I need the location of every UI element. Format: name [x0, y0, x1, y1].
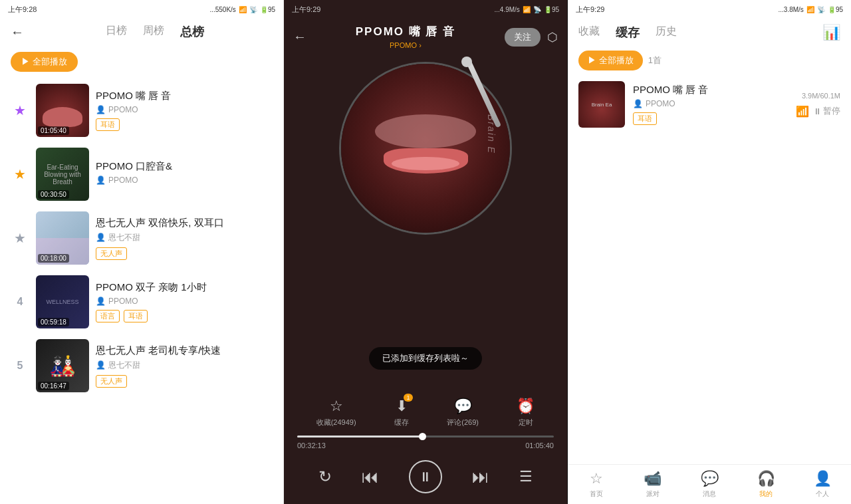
- message-label: 消息: [703, 489, 716, 499]
- tab-cache[interactable]: 缓存: [616, 25, 640, 41]
- nav-item-message[interactable]: 💬 消息: [681, 470, 737, 499]
- tag-no-voice-3: 无人声: [96, 247, 127, 260]
- rank-5: 5: [11, 360, 29, 372]
- profile-label: 个人: [816, 489, 829, 499]
- left-status-icons: ...550K/s 📶 📡 🔋95: [209, 6, 275, 13]
- tab-total[interactable]: 总榜: [180, 24, 204, 40]
- tab-collect[interactable]: 收藏: [578, 25, 600, 41]
- play-pause-button[interactable]: ⏸: [409, 460, 442, 493]
- song-title-3: 恩七无人声 双倍快乐, 双耳口: [96, 217, 273, 229]
- next-button[interactable]: ⏭: [472, 467, 489, 487]
- home-label: 首页: [590, 489, 603, 499]
- song-thumb-2[interactable]: Ear-Eating Blowing with Breath 00:30:50: [36, 148, 89, 201]
- author-icon-2: 👤: [96, 176, 106, 185]
- right-status-time: 上午9:29: [576, 5, 604, 15]
- right-play-all-button[interactable]: ▶ 全部播放: [578, 51, 643, 70]
- pause-icon: ⏸: [813, 106, 822, 116]
- song-info-4: PPOMO 双子 亲吻 1小时 👤 PPOMO 语言 耳语: [96, 281, 273, 322]
- song-thumb-4[interactable]: WELLNESS 00:59:18: [36, 275, 89, 328]
- left-song-list: ★ 01:05:40 PPOMO 嘴 唇 音 👤 PPOMO 耳语: [0, 78, 283, 504]
- left-nav: ← 日榜 周榜 总榜: [0, 19, 283, 45]
- album-art[interactable]: Brain E: [339, 62, 512, 235]
- nav-item-profile[interactable]: 👤 个人: [794, 470, 851, 499]
- left-nav-tabs: 日榜 周榜 总榜: [37, 24, 273, 40]
- right-battery-icon: 🔋95: [828, 6, 843, 13]
- progress-dot: [419, 433, 426, 440]
- mine-icon: 🎧: [757, 470, 775, 487]
- tab-weekly[interactable]: 周榜: [143, 24, 164, 40]
- nav-item-party[interactable]: 📹 派对: [624, 470, 681, 499]
- star-purple-icon: ★: [14, 103, 26, 118]
- tab-daily[interactable]: 日榜: [106, 24, 127, 40]
- list-item: ★ Ear-Eating Blowing with Breath 00:30:5…: [5, 142, 278, 206]
- cache-count: 1首: [648, 55, 662, 66]
- left-panel: 上午9:28 ...550K/s 📶 📡 🔋95 ← 日榜 周榜 总榜 ▶ 全部…: [0, 0, 284, 504]
- mid-back-button[interactable]: ←: [293, 29, 306, 45]
- party-icon: 📹: [644, 470, 662, 487]
- cache-tag-earwhisper: 耳语: [633, 112, 657, 125]
- action-comment[interactable]: 💬 评论(269): [447, 398, 479, 428]
- repeat-button[interactable]: ↻: [318, 467, 332, 486]
- song-author-4: 👤 PPOMO: [96, 297, 273, 306]
- progress-fill: [297, 436, 423, 438]
- mid-song-title: PPOMO 嘴 唇 音: [313, 24, 498, 39]
- cache-icon: ⬇ 1: [396, 398, 408, 415]
- left-back-button[interactable]: ←: [11, 25, 24, 40]
- list-item: ★ 00:18:00 恩七无人声 双倍快乐, 双耳口 👤 恩七不甜 无人声: [5, 206, 278, 270]
- song-info-2: PPOMO 口腔音& 👤 PPOMO: [96, 160, 273, 189]
- tab-history[interactable]: 历史: [656, 25, 677, 41]
- left-status-bar: 上午9:28 ...550K/s 📶 📡 🔋95: [0, 0, 283, 19]
- nav-item-mine[interactable]: 🎧 我的: [738, 470, 794, 499]
- right-header: 收藏 缓存 历史 📊: [568, 19, 851, 47]
- mid-speed: ...4.9M/s: [495, 6, 520, 13]
- list-item: 5 🎎 00:16:47 恩七无人声 老司机专享/快速 👤 恩七不甜 无人声: [5, 334, 278, 398]
- progress-total: 01:05:40: [525, 441, 554, 449]
- right-nav-tabs: 收藏 缓存 历史: [578, 25, 809, 41]
- bottom-nav: ☆ 首页 📹 派对 💬 消息 🎧 我的 👤 个人: [568, 464, 851, 504]
- song-author-5: 👤 恩七不甜: [96, 360, 273, 371]
- duration-3: 00:18:00: [38, 254, 69, 263]
- mid-title-block: PPOMO 嘴 唇 音 PPOMO ›: [313, 24, 498, 50]
- tag-language-4: 语言: [96, 310, 120, 322]
- duration-2: 00:30:50: [38, 190, 69, 199]
- progress-track[interactable]: [297, 436, 554, 438]
- song-title-4: PPOMO 双子 亲吻 1小时: [96, 281, 273, 294]
- song-tags-5: 无人声: [96, 375, 273, 388]
- follow-button[interactable]: 关注: [505, 28, 541, 47]
- song-author-1: 👤 PPOMO: [96, 105, 273, 114]
- cache-author-icon: 👤: [633, 99, 643, 108]
- song-thumb-5[interactable]: 🎎 00:16:47: [36, 339, 89, 392]
- action-cache[interactable]: ⬇ 1 缓存: [394, 398, 409, 428]
- action-collect[interactable]: ☆ 收藏(24949): [316, 398, 356, 428]
- mid-author-subtitle: PPOMO ›: [313, 41, 498, 50]
- song-thumb-1[interactable]: 01:05:40: [36, 84, 89, 137]
- player-controls: ↻ ⏮ ⏸ ⏭ ☰: [284, 455, 567, 504]
- song-thumb-3[interactable]: 00:18:00: [36, 211, 89, 265]
- left-play-all-button[interactable]: ▶ 全部播放: [11, 52, 78, 72]
- action-timer[interactable]: ⏰ 定时: [517, 398, 535, 428]
- album-area: Brain E 已添加到缓存列表啦～: [284, 55, 567, 390]
- battery-icon: 🔋95: [260, 6, 275, 13]
- nav-item-home[interactable]: ☆ 首页: [568, 470, 624, 499]
- rank-4: 4: [11, 296, 29, 308]
- rank-1: ★: [11, 102, 29, 118]
- cache-size: 3.9M/60.1M: [802, 92, 840, 100]
- star-silver-icon: ★: [14, 231, 26, 245]
- left-status-time: 上午9:28: [8, 5, 37, 15]
- cache-info: PPOMO 嘴 唇 音 👤 PPOMO 耳语: [633, 84, 788, 125]
- mid-wifi-icon: 📡: [533, 6, 541, 13]
- mine-label: 我的: [759, 489, 773, 499]
- tag-earwhisper-1: 耳语: [96, 118, 120, 131]
- cache-label: 缓存: [394, 418, 409, 428]
- playlist-button[interactable]: ☰: [519, 468, 533, 485]
- cache-pause-button[interactable]: ⏸ 暂停: [813, 105, 840, 117]
- duration-4: 00:59:18: [38, 318, 69, 326]
- song-tags-4: 语言 耳语: [96, 310, 273, 322]
- chart-icon[interactable]: 📊: [822, 24, 840, 41]
- prev-button[interactable]: ⏮: [362, 467, 379, 487]
- song-title-5: 恩七无人声 老司机专享/快速: [96, 344, 273, 357]
- song-tags-3: 无人声: [96, 247, 273, 260]
- share-button[interactable]: ⬡: [547, 30, 558, 45]
- right-status-icons: ...3.8M/s 📶 📡 🔋95: [779, 6, 843, 13]
- timer-icon: ⏰: [517, 398, 535, 415]
